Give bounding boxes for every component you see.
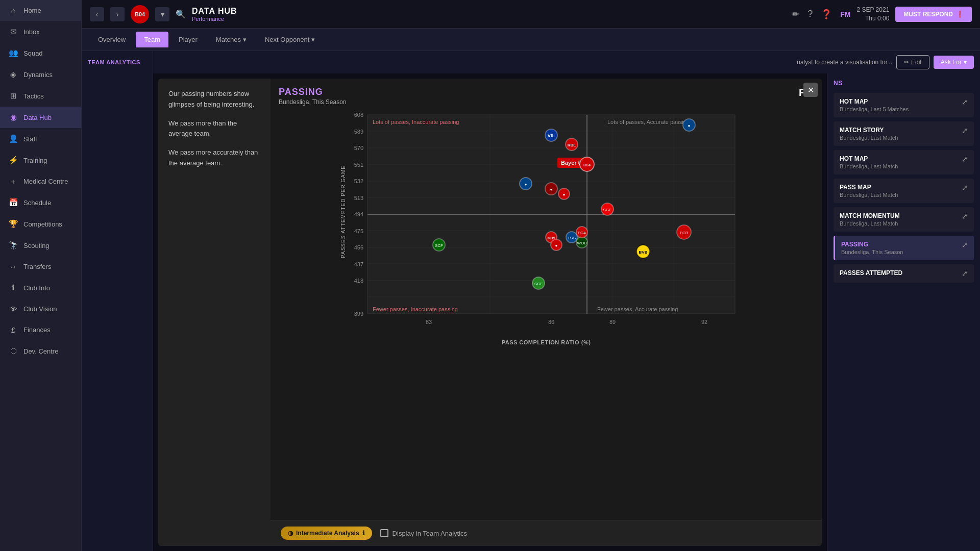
center-right-area: nalyst to create a visualisation for... … <box>153 51 980 551</box>
forward-button[interactable]: › <box>110 7 125 21</box>
sidebar-label-club-vision: Club Vision <box>23 305 57 313</box>
must-respond-button[interactable]: MUST RESPOND ❗ <box>895 7 972 22</box>
svg-text:92: 92 <box>701 319 707 325</box>
svg-text:RBL: RBL <box>568 143 576 147</box>
sidebar-item-transfers[interactable]: ↔ Transfers <box>0 256 81 277</box>
sidebar-label-dynamics: Dynamics <box>23 71 53 79</box>
date-text: 2 SEP 2021 <box>856 6 889 14</box>
chart-container: PASSING Bundesliga, This Season FM <box>271 79 822 520</box>
right-panel-item-match-momentum[interactable]: MATCH MOMENTUM Bundesliga, Last Match ⤢ <box>834 207 974 232</box>
dynamics-icon: ◈ <box>8 70 18 79</box>
right-panel-item-pass-map[interactable]: PASS MAP Bundesliga, Last Match ⤢ <box>834 179 974 203</box>
checkbox-box[interactable] <box>380 529 388 537</box>
analysis-para-1: Our passing numbers show glimpses of bei… <box>168 89 260 110</box>
item-label-hot-map-2: HOT MAP <box>840 155 898 162</box>
tab-player[interactable]: Player <box>170 32 206 47</box>
squad-icon: 👥 <box>8 48 18 58</box>
item-label-passing: PASSING <box>841 241 903 248</box>
topbar-title-area: DATA HUB Performance <box>192 7 237 22</box>
dev-centre-icon: ⬡ <box>8 346 18 356</box>
club-info-icon: ℹ <box>8 283 18 292</box>
intermediate-analysis-badge[interactable]: ◑ Intermediate Analysis ℹ <box>281 527 372 540</box>
tab-matches[interactable]: Matches ▾ <box>208 32 255 47</box>
sidebar-item-training[interactable]: ⚡ Training <box>0 149 81 171</box>
expand-icon-2: ⤢ <box>962 127 968 135</box>
item-sub-pass-map: Bundesliga, Last Match <box>840 192 898 198</box>
sidebar-item-dynamics[interactable]: ◈ Dynamics <box>0 64 81 85</box>
intermediate-label: Intermediate Analysis <box>296 530 359 537</box>
scouting-icon: 🔭 <box>8 241 18 250</box>
display-in-team-analytics-checkbox[interactable]: Display in Team Analytics <box>380 529 467 537</box>
svg-text:PASSES ATTEMPTED PER GAME: PASSES ATTEMPTED PER GAME <box>340 165 346 258</box>
right-panel-item-passing[interactable]: PASSING Bundesliga, This Season ⤢ <box>834 236 974 260</box>
sidebar-label-schedule: Schedule <box>23 199 51 207</box>
item-label-hot-map-1: HOT MAP <box>840 98 909 105</box>
sidebar-item-schedule[interactable]: 📅 Schedule <box>0 192 81 213</box>
sidebar-label-squad: Squad <box>23 49 43 57</box>
svg-text:494: 494 <box>354 211 363 217</box>
expand-icon-6: ⤢ <box>962 241 968 249</box>
sidebar-item-club-vision[interactable]: 👁 Club Vision <box>0 298 81 319</box>
sidebar-label-club-info: Club Info <box>23 284 50 292</box>
staff-icon: 👤 <box>8 134 18 143</box>
question-icon[interactable]: ❓ <box>821 9 832 20</box>
svg-text:Fewer passes, Inaccurate passi: Fewer passes, Inaccurate passing <box>373 306 458 312</box>
topbar-date: 2 SEP 2021 Thu 0:00 <box>856 6 889 23</box>
svg-text:●: ● <box>525 182 527 187</box>
sidebar-item-competitions[interactable]: 🏆 Competitions <box>0 213 81 235</box>
help-icon[interactable]: ? <box>807 9 813 19</box>
club-dropdown-button[interactable]: ▾ <box>155 7 169 21</box>
right-panel-item-hot-map-1[interactable]: HOT MAP Bundesliga, Last 5 Matches ⤢ <box>834 93 974 117</box>
nav-tabs: Overview Team Player Matches ▾ Next Oppo… <box>82 29 980 51</box>
center-right-inner: Our passing numbers show glimpses of bei… <box>153 73 980 551</box>
sidebar-item-medical[interactable]: + Medical Centre <box>0 171 81 192</box>
tab-overview[interactable]: Overview <box>90 32 134 47</box>
sidebar-label-staff: Staff <box>23 135 37 143</box>
sidebar-item-squad[interactable]: 👥 Squad <box>0 42 81 64</box>
schedule-icon: 📅 <box>8 198 18 207</box>
edit-button[interactable]: ✏ Edit <box>896 55 929 69</box>
right-panel-header-label: NS <box>834 80 843 87</box>
svg-text:456: 456 <box>354 244 363 251</box>
sidebar-item-staff[interactable]: 👤 Staff <box>0 128 81 149</box>
left-panel: TEAM ANALYTICS <box>82 51 153 551</box>
must-respond-icon: ❗ <box>956 11 964 18</box>
intermediate-info-icon: ℹ <box>362 530 365 537</box>
training-icon: ⚡ <box>8 156 18 165</box>
svg-text:WOB: WOB <box>577 241 586 245</box>
right-panel-item-hot-map-2[interactable]: HOT MAP Bundesliga, Last Match ⤢ <box>834 150 974 174</box>
sidebar-item-tactics[interactable]: ⊞ Tactics <box>0 85 81 107</box>
item-sub-match-momentum: Bundesliga, Last Match <box>840 220 900 227</box>
sidebar-item-dev-centre[interactable]: ⬡ Dev. Centre <box>0 340 81 362</box>
tab-team[interactable]: Team <box>136 32 168 47</box>
ask-for-label: Ask For <box>941 59 962 66</box>
right-panel-item-passes-attempted[interactable]: PASSES ATTEMPTED ⤢ <box>834 264 974 283</box>
sidebar-item-scouting[interactable]: 🔭 Scouting <box>0 235 81 256</box>
sidebar-label-home: Home <box>23 7 41 14</box>
sidebar-item-data-hub[interactable]: ◉ Data Hub <box>0 107 81 128</box>
sidebar-item-inbox[interactable]: ✉ Inbox <box>0 21 81 42</box>
ask-for-button[interactable]: Ask For ▾ <box>934 56 974 69</box>
topbar-title: DATA HUB <box>192 7 237 16</box>
chart-subtitle: Bundesliga, This Season <box>279 98 347 106</box>
modal-footer: ◑ Intermediate Analysis ℹ Display in Tea… <box>271 520 822 546</box>
center-area: Our passing numbers show glimpses of bei… <box>153 73 827 551</box>
analysis-para-2: We pass more than the average team. <box>168 118 260 140</box>
svg-text:VfL: VfL <box>548 133 555 138</box>
must-respond-label: MUST RESPOND <box>903 11 953 18</box>
sidebar-item-finances[interactable]: £ Finances <box>0 319 81 340</box>
right-panel: NS HOT MAP Bundesliga, Last 5 Matches ⤢ … <box>827 73 980 551</box>
tab-next-opponent[interactable]: Next Opponent ▾ <box>257 32 323 47</box>
passing-modal: Our passing numbers show glimpses of bei… <box>158 79 822 546</box>
right-panel-item-match-story[interactable]: MATCH STORY Bundesliga, Last Match ⤢ <box>834 121 974 146</box>
medical-icon: + <box>8 177 18 186</box>
sidebar-item-club-info[interactable]: ℹ Club Info <box>0 277 81 298</box>
expand-icon-1: ⤢ <box>962 98 968 106</box>
sidebar-label-medical: Medical Centre <box>23 178 68 185</box>
pencil-icon[interactable]: ✏ <box>792 9 799 20</box>
svg-text:589: 589 <box>354 129 363 135</box>
back-button[interactable]: ‹ <box>90 7 104 21</box>
svg-text:551: 551 <box>354 162 363 168</box>
modal-close-button[interactable]: ✕ <box>803 83 818 97</box>
sidebar-item-home[interactable]: ⌂ Home <box>0 0 81 21</box>
